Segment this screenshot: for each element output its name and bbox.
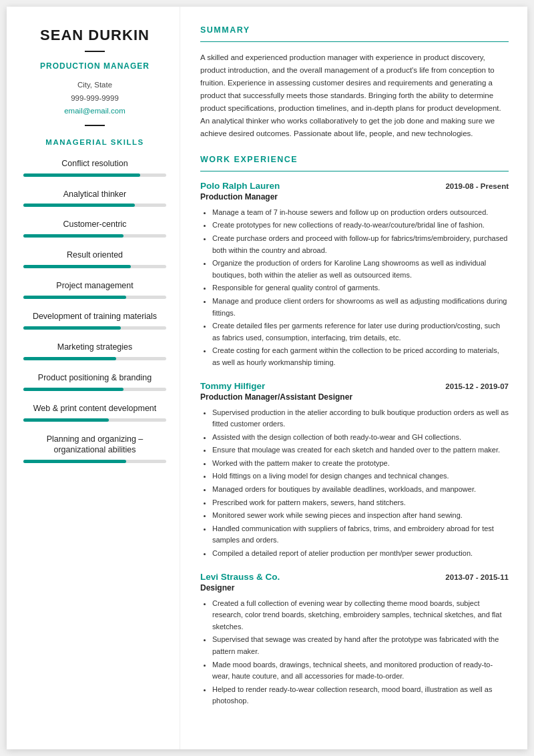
skill-item: Development of training materials xyxy=(23,311,166,330)
skill-bar-fill xyxy=(23,204,135,207)
job-title-row: Tommy Hilfiger2015-12 - 2019-07 xyxy=(200,381,509,391)
skill-name: Analytical thinker xyxy=(23,189,166,200)
summary-divider xyxy=(200,41,509,42)
skill-name: Project management xyxy=(23,280,166,292)
work-divider xyxy=(200,171,509,171)
skill-item: Conflict resolution xyxy=(23,158,166,177)
work-heading: WORK EXPERIENCE xyxy=(200,155,509,164)
job-section: Polo Ralph Lauren2019-08 - PresentProduc… xyxy=(200,181,509,369)
skill-item: Customer-centric xyxy=(23,219,166,238)
bullet-item: Worked with the pattern maker to create … xyxy=(212,458,509,470)
skill-bar-bg xyxy=(23,234,166,238)
jobs-list: Polo Ralph Lauren2019-08 - PresentProduc… xyxy=(200,181,509,707)
job-bullets: Created a full collection of evening wea… xyxy=(200,598,509,707)
job-section: Levi Strauss & Co.2013-07 - 2015-11Desig… xyxy=(200,572,509,707)
city-state: City, State xyxy=(23,79,166,92)
bullet-item: Created a full collection of evening wea… xyxy=(212,598,509,633)
skill-bar-bg xyxy=(23,418,166,422)
skill-name: Conflict resolution xyxy=(23,158,166,169)
job-role-title: Production Manager/Assistant Designer xyxy=(200,392,509,402)
skill-item: Marketing strategies xyxy=(23,342,166,360)
skill-bar-fill xyxy=(23,265,131,268)
bullet-item: Create detailed files per garments refer… xyxy=(212,320,509,344)
skill-item: Product positioning & branding xyxy=(23,372,166,391)
name-divider xyxy=(85,51,105,52)
skills-heading: MANAGERIAL SKILLS xyxy=(23,138,166,146)
job-role-title: Designer xyxy=(200,583,509,593)
skill-bar-fill xyxy=(23,326,121,330)
bullet-item: Supervised that sewage was created by ha… xyxy=(212,634,509,657)
skills-list: Conflict resolutionAnalytical thinkerCus… xyxy=(23,158,166,464)
skill-bar-bg xyxy=(23,296,166,299)
bullet-item: Ensure that moulage was created for each… xyxy=(212,444,509,456)
bullet-item: Managed orders for boutiques by availabl… xyxy=(212,484,509,496)
skill-bar-bg xyxy=(23,460,166,463)
skill-bar-bg xyxy=(23,326,166,330)
bullet-item: Manage a team of 7 in-house sewers and f… xyxy=(212,207,509,219)
bullet-item: Monitored sewer work while sewing pieces… xyxy=(212,510,509,522)
job-bullets: Supervised production in the atelier acc… xyxy=(200,407,509,560)
bullet-item: Helped to render ready-to-wear collectio… xyxy=(212,684,509,707)
bullet-item: Create costing for each garment within t… xyxy=(212,345,509,368)
skill-name: Planning and organizing – organizational… xyxy=(23,434,166,456)
bullet-item: Made mood boards, drawings, technical sh… xyxy=(212,659,509,683)
bullet-item: Create purchase orders and proceed with … xyxy=(212,233,509,256)
skill-bar-bg xyxy=(23,388,166,391)
skill-name: Customer-centric xyxy=(23,219,166,230)
bullet-item: Organize the production of orders for Ka… xyxy=(212,258,509,281)
skill-item: Project management xyxy=(23,280,166,299)
company-name: Polo Ralph Lauren xyxy=(200,181,280,191)
skill-bar-bg xyxy=(23,204,166,207)
skill-bar-fill xyxy=(23,357,116,360)
skill-bar-fill xyxy=(23,234,123,238)
bullet-item: Hold fittings on a living model for desi… xyxy=(212,470,509,482)
skill-bar-bg xyxy=(23,265,166,268)
contact-divider xyxy=(85,125,105,126)
bullet-item: Compiled a detailed report of atelier pr… xyxy=(212,548,509,560)
bullet-item: Supervised production in the atelier acc… xyxy=(212,407,509,430)
skill-item: Web & print content development xyxy=(23,403,166,422)
resume-container: SEAN DURKIN PRODUCTION MANAGER City, Sta… xyxy=(7,7,527,749)
skill-name: Marketing strategies xyxy=(23,342,166,353)
skill-bar-bg xyxy=(23,357,166,360)
summary-text: A skilled and experienced production man… xyxy=(200,51,509,140)
phone: 999-999-9999 xyxy=(23,92,166,105)
job-section: Tommy Hilfiger2015-12 - 2019-07Productio… xyxy=(200,381,509,560)
contact-info: City, State 999-999-9999 email@email.com xyxy=(23,79,166,118)
skill-name: Product positioning & branding xyxy=(23,372,166,384)
skill-name: Development of training materials xyxy=(23,311,166,322)
job-title-row: Levi Strauss & Co.2013-07 - 2015-11 xyxy=(200,572,509,582)
bullet-item: Assisted with the design collection of b… xyxy=(212,432,509,444)
skill-bar-fill xyxy=(23,418,109,422)
skill-item: Planning and organizing – organizational… xyxy=(23,434,166,464)
bullet-item: Manage and produce client orders for sho… xyxy=(212,296,509,319)
skill-item: Result oriented xyxy=(23,250,166,268)
job-title: PRODUCTION MANAGER xyxy=(23,61,166,71)
job-role-title: Production Manager xyxy=(200,192,509,202)
skill-bar-fill xyxy=(23,460,126,463)
bullet-item: Responsible for general quality control … xyxy=(212,282,509,294)
job-bullets: Manage a team of 7 in-house sewers and f… xyxy=(200,207,509,369)
work-dates: 2013-07 - 2015-11 xyxy=(445,573,509,581)
email-link[interactable]: email@email.com xyxy=(64,107,125,115)
bullet-item: Create prototypes for new collections of… xyxy=(212,220,509,232)
bullet-item: Prescribed work for pattern makers, sewe… xyxy=(212,497,509,509)
main-content: SUMMARY A skilled and experienced produc… xyxy=(180,7,527,749)
bullet-item: Handled communication with suppliers of … xyxy=(212,523,509,546)
summary-heading: SUMMARY xyxy=(200,25,509,35)
work-dates: 2019-08 - Present xyxy=(445,182,509,190)
job-title-row: Polo Ralph Lauren2019-08 - Present xyxy=(200,181,509,191)
skill-name: Web & print content development xyxy=(23,403,166,414)
skill-bar-fill xyxy=(23,296,126,299)
sidebar: SEAN DURKIN PRODUCTION MANAGER City, Sta… xyxy=(7,7,180,749)
company-name: Tommy Hilfiger xyxy=(200,381,265,391)
candidate-name: SEAN DURKIN xyxy=(23,27,166,44)
skill-name: Result oriented xyxy=(23,250,166,261)
work-dates: 2015-12 - 2019-07 xyxy=(445,382,509,390)
skill-bar-bg xyxy=(23,173,166,177)
skill-item: Analytical thinker xyxy=(23,189,166,208)
skill-bar-fill xyxy=(23,388,123,391)
company-name: Levi Strauss & Co. xyxy=(200,572,280,582)
skill-bar-fill xyxy=(23,173,140,177)
